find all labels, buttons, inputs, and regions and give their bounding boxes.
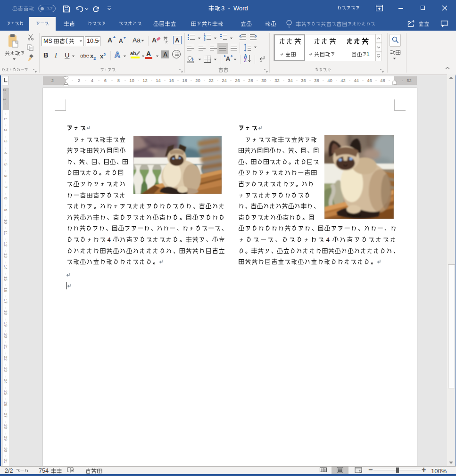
svg-text:4: 4 xyxy=(107,236,110,243)
svg-text:4: 4 xyxy=(326,236,329,243)
